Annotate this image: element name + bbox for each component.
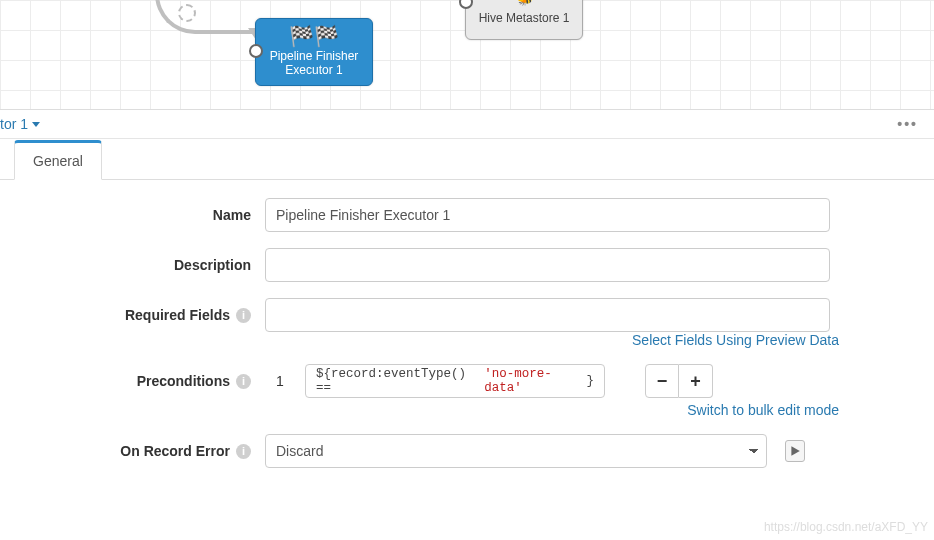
precondition-expression-input[interactable]: ${record:eventType() == 'no-more-data' } (305, 364, 605, 398)
stage-selector-label: tor 1 (0, 116, 28, 132)
name-label: Name (213, 207, 251, 223)
svg-marker-0 (791, 446, 799, 456)
hive-icon: 🐝 (470, 0, 578, 9)
on-record-error-select[interactable]: Discard (265, 434, 767, 468)
name-input[interactable] (265, 198, 830, 232)
edge-label-icon (178, 4, 196, 22)
node-title: Pipeline Finisher (260, 49, 368, 63)
select-fields-link[interactable]: Select Fields Using Preview Data (632, 332, 839, 348)
bulk-edit-link[interactable]: Switch to bulk edit mode (687, 402, 839, 418)
expr-prefix: ${record:eventType() == (316, 367, 484, 395)
tab-general[interactable]: General (14, 140, 102, 180)
watermark: https://blog.csdn.net/aXFD_YY (764, 520, 928, 534)
preview-button[interactable] (785, 440, 805, 462)
config-tabs: General (0, 139, 934, 180)
help-icon[interactable]: i (236, 444, 251, 459)
play-icon (789, 445, 801, 457)
precondition-buttons: − + (645, 364, 713, 398)
stage-selector-dropdown[interactable]: tor 1 (0, 116, 40, 132)
remove-precondition-button[interactable]: − (645, 364, 679, 398)
add-precondition-button[interactable]: + (679, 364, 713, 398)
caret-down-icon (32, 122, 40, 127)
help-icon[interactable]: i (236, 374, 251, 389)
expr-suffix: } (586, 374, 594, 388)
precondition-index: 1 (265, 373, 295, 389)
config-form: Name Description Required Fields i Selec… (0, 180, 934, 468)
on-record-error-label: On Record Error (120, 443, 230, 459)
node-hive-metastore[interactable]: 🐝 Hive Metastore 1 (465, 0, 583, 40)
edge (155, 0, 255, 34)
required-fields-input[interactable] (265, 298, 830, 332)
expr-literal: 'no-more-data' (484, 367, 586, 395)
flags-icon: 🏁🏁 (260, 25, 368, 47)
preconditions-label: Preconditions (137, 373, 230, 389)
description-input[interactable] (265, 248, 830, 282)
node-pipeline-finisher[interactable]: 🏁🏁 Pipeline Finisher Executor 1 (255, 18, 373, 86)
help-icon[interactable]: i (236, 308, 251, 323)
pipeline-canvas[interactable]: 🏁🏁 Pipeline Finisher Executor 1 🐝 Hive M… (0, 0, 934, 110)
more-menu-button[interactable]: ••• (897, 116, 918, 132)
node-title: Hive Metastore 1 (470, 11, 578, 25)
node-port[interactable] (249, 44, 263, 58)
stage-selector-row: tor 1 ••• (0, 110, 934, 139)
description-label: Description (174, 257, 251, 273)
node-subtitle: Executor 1 (260, 63, 368, 77)
required-fields-label: Required Fields (125, 307, 230, 323)
